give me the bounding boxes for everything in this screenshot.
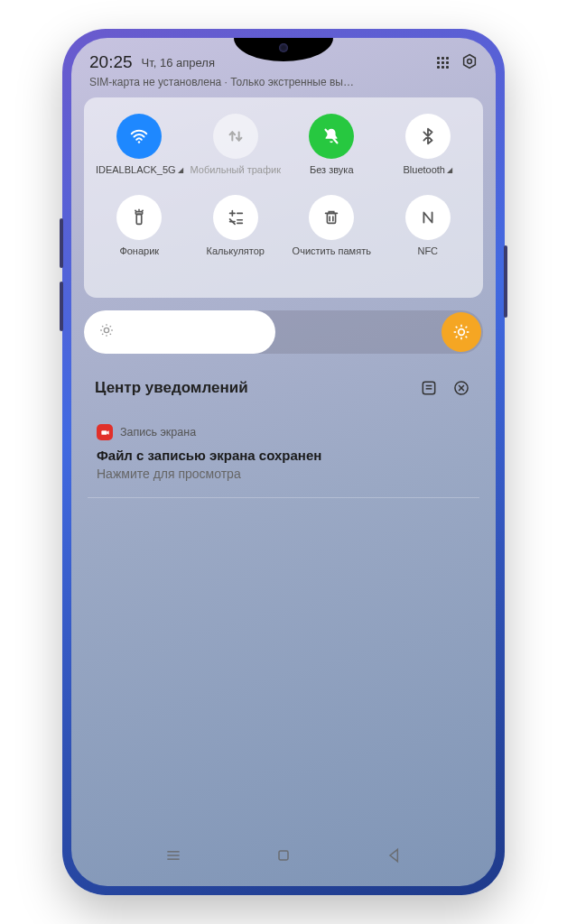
qs-label: Фонарик xyxy=(119,245,159,271)
svg-line-27 xyxy=(110,326,111,327)
clock: 20:25 xyxy=(89,52,133,72)
svg-line-24 xyxy=(102,326,103,327)
notification-title: Файл с записью экрана сохранен xyxy=(97,448,470,463)
svg-line-25 xyxy=(110,333,111,334)
svg-point-28 xyxy=(459,329,465,336)
qs-tile-calculator[interactable]: Калькулятор xyxy=(188,195,284,271)
qs-label: Мобильный трафик xyxy=(191,164,281,189)
clear-all-icon[interactable] xyxy=(451,377,472,399)
power-button[interactable] xyxy=(504,245,507,318)
qs-label: Очистить память xyxy=(293,245,371,271)
svg-rect-5 xyxy=(136,212,143,215)
svg-line-7 xyxy=(135,210,136,211)
qs-label: Bluetooth◢ xyxy=(404,164,452,189)
status-date: Чт, 16 апреля xyxy=(142,56,215,69)
qs-label: IDEALBLACK_5G◢ xyxy=(96,164,183,189)
bluetooth-icon xyxy=(405,114,451,159)
manage-notifications-icon[interactable] xyxy=(418,377,440,399)
nav-recents-icon[interactable] xyxy=(164,846,182,868)
qs-tile-mute[interactable]: Без звука xyxy=(284,114,380,189)
notification-app-row: Запись экрана xyxy=(97,424,470,440)
svg-point-2 xyxy=(138,141,141,143)
screen: 20:25 Чт, 16 апреля SIM-карта не установ… xyxy=(71,38,496,886)
svg-line-26 xyxy=(102,333,103,334)
qs-tile-clear-memory[interactable]: Очистить память xyxy=(284,195,380,271)
navigation-bar xyxy=(71,841,496,873)
brightness-fill xyxy=(84,310,275,354)
qs-tile-flashlight[interactable]: Фонарик xyxy=(91,195,188,271)
qs-label: Калькулятор xyxy=(207,245,265,271)
brightness-low-icon xyxy=(98,322,115,343)
volume-down-button[interactable] xyxy=(60,282,63,331)
svg-point-19 xyxy=(104,328,108,332)
mobile-data-icon xyxy=(213,114,258,159)
notification-card[interactable]: Запись экрана Файл с записью экрана сохр… xyxy=(88,411,479,498)
trash-icon xyxy=(309,195,354,240)
calculator-icon xyxy=(213,195,258,240)
svg-rect-43 xyxy=(101,430,107,435)
qs-tile-wifi[interactable]: IDEALBLACK_5G◢ xyxy=(91,114,188,189)
nav-home-icon[interactable] xyxy=(274,846,293,868)
svg-line-35 xyxy=(456,337,458,338)
qs-label: NFC xyxy=(417,245,438,271)
brightness-slider[interactable] xyxy=(84,310,483,354)
qs-label: Без звука xyxy=(310,164,354,189)
sim-status: SIM-карта не установлена · Только экстре… xyxy=(71,76,496,97)
auto-brightness-toggle[interactable] xyxy=(442,312,481,352)
nav-back-icon[interactable] xyxy=(386,846,404,868)
wifi-icon xyxy=(116,114,162,159)
qs-tile-nfc[interactable]: NFC xyxy=(380,195,477,271)
settings-icon[interactable] xyxy=(461,53,478,72)
volume-up-button[interactable] xyxy=(60,218,63,268)
svg-marker-0 xyxy=(464,54,476,68)
bell-mute-icon xyxy=(309,114,354,159)
svg-rect-37 xyxy=(423,382,434,393)
screen-record-app-icon xyxy=(97,424,113,440)
phone-frame: 20:25 Чт, 16 апреля SIM-карта не установ… xyxy=(62,29,505,895)
qs-row-1: IDEALBLACK_5G◢ Мобильный трафик xyxy=(91,114,476,189)
notification-center-title: Центр уведомлений xyxy=(95,379,407,397)
svg-line-8 xyxy=(142,210,143,211)
svg-rect-47 xyxy=(279,851,288,860)
svg-rect-4 xyxy=(137,214,143,224)
svg-rect-16 xyxy=(328,213,336,223)
grid-icon[interactable] xyxy=(437,57,449,69)
notification-header: Центр уведомлений xyxy=(71,354,496,411)
qs-tile-mobile-data[interactable]: Мобильный трафик xyxy=(188,114,284,189)
notification-app-name: Запись экрана xyxy=(120,426,196,439)
qs-row-2: Фонарик Калькулятор xyxy=(91,195,476,271)
flashlight-icon xyxy=(116,195,162,240)
svg-line-33 xyxy=(456,327,458,328)
qs-tile-bluetooth[interactable]: Bluetooth◢ xyxy=(380,114,477,189)
svg-line-34 xyxy=(466,337,468,338)
notification-subtitle: Нажмите для просмотра xyxy=(97,467,470,481)
svg-line-36 xyxy=(466,327,468,328)
quick-settings-panel: IDEALBLACK_5G◢ Мобильный трафик xyxy=(84,97,483,298)
nfc-icon xyxy=(405,195,451,240)
svg-point-1 xyxy=(468,59,472,63)
